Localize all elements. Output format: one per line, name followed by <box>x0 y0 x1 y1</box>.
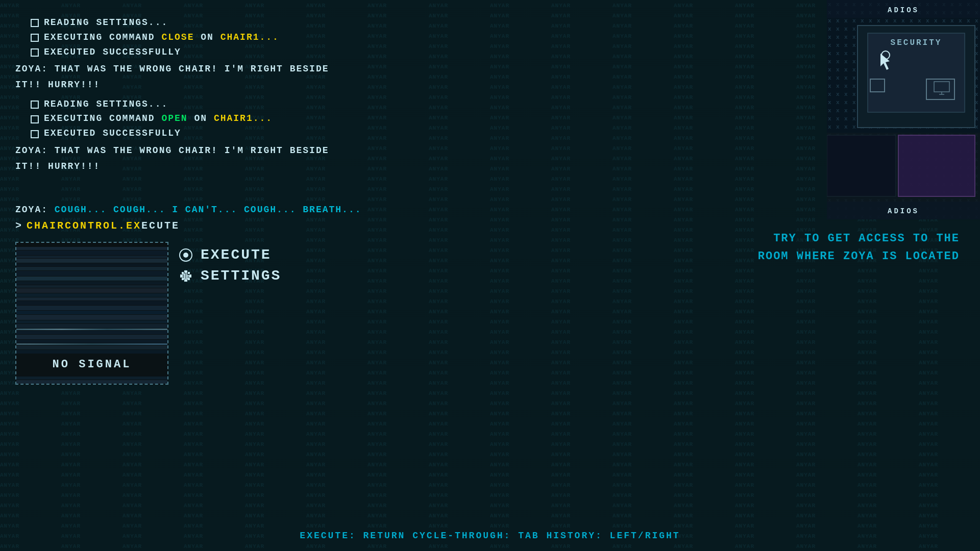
log-reading-settings-1: READING SETTINGS... <box>15 15 561 30</box>
log-executed-success-2: EXECUTED SUCCESSFULLY <box>15 126 561 141</box>
static-line <box>16 377 167 380</box>
svg-rect-7 <box>189 274 191 278</box>
static-line <box>16 345 167 349</box>
static-line <box>16 281 167 285</box>
svg-text:ADIOS: ADIOS <box>888 6 919 14</box>
terminal-panel: READING SETTINGS... EXECUTING COMMAND CL… <box>0 0 577 551</box>
static-line <box>16 331 167 334</box>
static-line <box>16 350 167 354</box>
svg-rect-34 <box>898 135 975 196</box>
menu-panel: NO SIGNAL <box>15 242 561 385</box>
static-line <box>16 320 167 323</box>
static-line <box>16 247 167 250</box>
cmd-keyword-close: CLOSE <box>161 32 194 42</box>
checkbox-icon <box>31 19 39 27</box>
hint-line-2: ROOM WHERE ZOYA IS LOCATED <box>758 247 960 265</box>
cough-text: COUGH... COUGH... I CAN'T... COUGH... BR… <box>55 205 362 215</box>
static-line <box>16 251 167 255</box>
cmd-keyword-open: OPEN <box>161 113 187 123</box>
log-executing-open: EXECUTING COMMAND OPEN ON CHAIR1... <box>15 111 561 126</box>
static-line <box>16 324 167 328</box>
bottom-status-bar: EXECUTE: RETURN CYCLE-THROUGH: TAB HISTO… <box>0 531 980 541</box>
zoya-message-2: ZOYA: THAT WAS THE WRONG CHAIR! I'M RIGH… <box>15 143 561 174</box>
static-line <box>16 335 167 339</box>
static-line <box>16 297 167 300</box>
svg-text:ADIOS: ADIOS <box>888 207 919 215</box>
static-line <box>16 271 167 276</box>
svg-rect-5 <box>184 280 187 282</box>
cmd-white-part: ECUTE <box>141 220 180 232</box>
execute-label: EXECUTE <box>201 247 272 263</box>
cough-line: ZOYA: COUGH... COUGH... I CAN'T... COUGH… <box>15 205 561 215</box>
map-svg: x x ADIOS SECURITY <box>827 0 980 219</box>
checkbox-icon <box>31 115 39 123</box>
spacer <box>15 174 561 205</box>
static-line <box>16 259 167 263</box>
static-line <box>16 285 167 288</box>
static-line <box>16 293 167 297</box>
checkbox-icon <box>31 48 39 57</box>
static-line <box>16 256 167 258</box>
cmd-target-chair1: CHAIR1... <box>220 32 279 42</box>
svg-point-3 <box>183 253 188 258</box>
settings-label: SETTINGS <box>201 268 281 284</box>
log-section-1: READING SETTINGS... EXECUTING COMMAND CL… <box>15 15 561 174</box>
log-executing-close: EXECUTING COMMAND CLOSE ON CHAIR1... <box>15 30 561 45</box>
static-line <box>16 301 167 305</box>
settings-menu-item[interactable]: SETTINGS <box>179 268 281 284</box>
log-reading-settings-2: READING SETTINGS... <box>15 97 561 112</box>
checkbox-icon <box>31 34 39 42</box>
no-signal-text: NO SIGNAL <box>53 358 132 371</box>
command-text: CHAIRCONTROL.EXECUTE <box>27 220 180 232</box>
bottom-bar-text: EXECUTE: RETURN CYCLE-THROUGH: TAB HISTO… <box>300 531 680 541</box>
hint-text-area: TRY TO GET ACCESS TO THE ROOM WHERE ZOYA… <box>758 230 960 265</box>
svg-rect-35 <box>827 135 896 196</box>
static-line <box>16 267 167 270</box>
command-prompt-line: > CHAIRCONTROL.EXECUTE <box>15 220 561 232</box>
glitch-line <box>16 329 167 330</box>
execute-icon <box>179 248 193 262</box>
static-line <box>16 288 167 293</box>
no-signal-container: NO SIGNAL <box>16 354 167 374</box>
hint-line-1: TRY TO GET ACCESS TO THE <box>758 230 960 247</box>
checkbox-icon <box>31 130 39 138</box>
static-line <box>16 340 167 343</box>
zoya-message-1: ZOYA: THAT WAS THE WRONG CHAIR! I'M RIGH… <box>15 61 561 92</box>
checkbox-icon <box>31 101 39 109</box>
prompt-arrow: > <box>15 220 21 232</box>
settings-icon <box>179 269 193 283</box>
static-line <box>16 243 167 246</box>
static-line <box>16 306 167 310</box>
cmd-target-chair1b: CHAIR1... <box>214 113 273 123</box>
static-line <box>16 263 167 266</box>
menu-items-list: EXECUTE <box>168 247 281 284</box>
map-panel: x x ADIOS SECURITY <box>827 0 980 219</box>
static-line <box>16 311 167 314</box>
static-line <box>16 315 167 320</box>
log-executed-success-1: EXECUTED SUCCESSFULLY <box>15 45 561 60</box>
svg-rect-6 <box>180 274 182 278</box>
static-line <box>16 380 167 384</box>
cmd-yellow-part: CHAIRCONTROL.EX <box>27 220 141 232</box>
svg-text:SECURITY: SECURITY <box>891 38 942 47</box>
execute-menu-item[interactable]: EXECUTE <box>179 247 281 263</box>
glitch-line <box>16 343 167 345</box>
camera-feed-inner: NO SIGNAL <box>16 243 167 384</box>
camera-feed-box: NO SIGNAL <box>15 242 168 385</box>
static-line <box>16 277 167 281</box>
